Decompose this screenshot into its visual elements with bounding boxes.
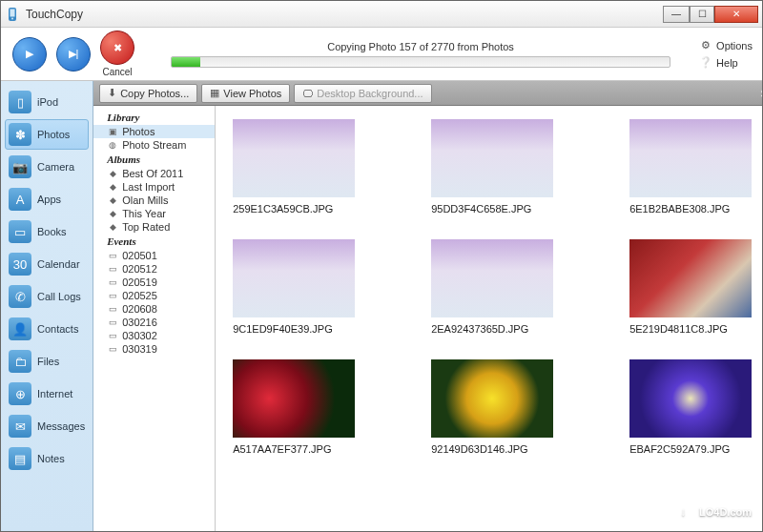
phone-icon: ✆ <box>9 285 31 308</box>
photo-filename: 95DD3F4C658E.JPG <box>431 203 584 215</box>
library-tree[interactable]: Library▣Photos◍Photo StreamAlbums◆Best O… <box>93 106 216 531</box>
sidebar-item-label: Contacts <box>37 323 78 335</box>
photo-cell[interactable]: 92149D63D146.JPG <box>431 359 584 455</box>
sidebar-item-books[interactable]: ▭Books <box>5 216 89 247</box>
sidebar-item-messages[interactable]: ✉Messages <box>5 411 89 441</box>
sidebar-item-label: Books <box>37 226 67 237</box>
photo-thumbnail[interactable] <box>233 119 355 197</box>
tree-item[interactable]: ◆Last Import <box>93 180 215 194</box>
messages-icon: ✉ <box>9 415 31 438</box>
contacts-icon: 👤 <box>9 317 31 340</box>
minimize-button[interactable]: — <box>663 6 690 23</box>
next-button[interactable]: ▶| <box>54 37 93 72</box>
tree-item[interactable]: ▣Photos <box>93 125 215 138</box>
tree-item[interactable]: ▭020525 <box>93 289 215 302</box>
tree-item-label: 020608 <box>122 303 157 315</box>
download-icon: ⬇ <box>108 87 116 99</box>
sidebar-item-contacts[interactable]: 👤Contacts <box>5 314 89 344</box>
sidebar-item-label: Notes <box>37 453 65 464</box>
photo-cell[interactable]: 259E1C3A59CB.JPG <box>233 119 385 215</box>
copy-photos-label: Copy Photos... <box>120 88 189 99</box>
help-button[interactable]: ❔ Help <box>699 56 738 70</box>
photo-grid[interactable]: 259E1C3A59CB.JPG95DD3F4C658E.JPG6E1B2BAB… <box>216 106 762 531</box>
sidebar-item-camera[interactable]: 📷Camera <box>5 152 89 182</box>
svg-point-2 <box>11 17 13 19</box>
sidebar-item-internet[interactable]: ⊕Internet <box>5 379 89 409</box>
tree-item[interactable]: ▭020501 <box>93 249 215 262</box>
progress-fill <box>172 57 200 67</box>
select-link[interactable]: Select <box>761 88 762 99</box>
tree-item[interactable]: ◆Olan Mills <box>93 194 215 207</box>
photo-cell[interactable]: EBAF2C592A79.JPG <box>629 359 762 455</box>
photo-cell[interactable]: 9C1ED9F40E39.JPG <box>233 239 385 335</box>
photo-thumbnail[interactable] <box>629 119 752 197</box>
desktop-background-label: Desktop Background... <box>317 88 423 99</box>
tree-item[interactable]: ▭020608 <box>93 302 215 316</box>
sidebar-item-apps[interactable]: AApps <box>5 184 89 215</box>
sidebar-item-ipod[interactable]: ▯iPod <box>5 87 89 117</box>
photo-thumbnail[interactable] <box>629 359 752 438</box>
album-icon: ◆ <box>107 194 118 206</box>
tree-item-label: Top Rated <box>122 221 170 233</box>
photos-icon: ▣ <box>107 126 118 137</box>
help-label: Help <box>716 57 738 69</box>
sidebar-item-photos[interactable]: ✽Photos <box>5 119 89 150</box>
play-button[interactable]: ▶ <box>10 37 49 72</box>
event-icon: ▭ <box>107 330 118 341</box>
sidebar-item-label: Call Logs <box>37 291 81 302</box>
sidebar-item-calendar[interactable]: 30Calendar <box>5 249 89 279</box>
photo-filename: EBAF2C592A79.JPG <box>629 443 762 455</box>
files-icon: 🗀 <box>9 350 31 373</box>
photo-cell[interactable]: A517AA7EF377.JPG <box>233 359 385 455</box>
tree-item[interactable]: ▭030302 <box>93 329 215 342</box>
tree-item[interactable]: ◆This Year <box>93 207 215 220</box>
tree-item[interactable]: ▭030216 <box>93 316 215 329</box>
app-window: TouchCopy — ☐ ✕ ▶ ▶| ✖ Cancel Copying Ph… <box>0 0 763 532</box>
sidebar-item-files[interactable]: 🗀Files <box>5 346 89 377</box>
tree-item-label: 020525 <box>122 290 157 301</box>
view-photos-button[interactable]: ▦ View Photos <box>201 84 290 103</box>
desktop-background-button[interactable]: 🖵 Desktop Background... <box>294 84 431 103</box>
album-icon: ◆ <box>107 221 118 233</box>
sidebar: ▯iPod✽Photos📷CameraAApps▭Books30Calendar… <box>1 81 93 531</box>
photo-thumbnail[interactable] <box>431 359 553 438</box>
cancel-button[interactable]: ✖ Cancel <box>98 31 136 77</box>
photos-icon: ✽ <box>9 123 31 146</box>
tree-item[interactable]: ◍Photo Stream <box>93 138 215 152</box>
window-title: TouchCopy <box>26 8 663 21</box>
tree-item[interactable]: ▭020512 <box>93 262 215 276</box>
photo-filename: 2EA92437365D.JPG <box>431 323 584 335</box>
sidebar-item-call-logs[interactable]: ✆Call Logs <box>5 281 89 312</box>
tree-item-label: 020512 <box>122 263 157 275</box>
tree-item[interactable]: ▭030319 <box>93 342 215 356</box>
progress-area: Copying Photo 157 of 2770 from Photos <box>171 41 670 68</box>
photo-cell[interactable]: 5E219D4811C8.JPG <box>629 239 762 335</box>
progress-text: Copying Photo 157 of 2770 from Photos <box>171 41 670 52</box>
photo-thumbnail[interactable] <box>233 239 355 317</box>
tree-item[interactable]: ◆Top Rated <box>93 220 215 234</box>
sidebar-item-label: Apps <box>37 194 61 205</box>
maximize-button[interactable]: ☐ <box>690 6 714 23</box>
tree-item[interactable]: ◆Best Of 2011 <box>93 167 215 180</box>
photo-thumbnail[interactable] <box>233 359 355 438</box>
photo-filename: 6E1B2BABE308.JPG <box>629 203 762 215</box>
tree-item-label: Best Of 2011 <box>122 168 183 179</box>
photo-cell[interactable]: 2EA92437365D.JPG <box>431 239 584 335</box>
sidebar-item-notes[interactable]: ▤Notes <box>5 443 89 474</box>
photo-thumbnail[interactable] <box>629 239 752 317</box>
photo-cell[interactable]: 95DD3F4C658E.JPG <box>431 119 584 215</box>
tree-item[interactable]: ▭020519 <box>93 276 215 289</box>
globe-icon: ◍ <box>107 139 118 151</box>
titlebar[interactable]: TouchCopy — ☐ ✕ <box>1 1 762 28</box>
photo-thumbnail[interactable] <box>431 119 553 197</box>
tree-item-label: 030302 <box>122 330 157 341</box>
photo-cell[interactable]: 6E1B2BABE308.JPG <box>629 119 762 215</box>
close-button[interactable]: ✕ <box>714 6 758 23</box>
event-icon: ▭ <box>107 343 118 355</box>
desktop-icon: 🖵 <box>302 88 313 99</box>
photo-thumbnail[interactable] <box>431 239 553 317</box>
sidebar-item-label: Messages <box>37 420 85 432</box>
options-button[interactable]: ⚙ Options <box>699 39 753 52</box>
copy-photos-button[interactable]: ⬇ Copy Photos... <box>99 84 197 103</box>
options-label: Options <box>716 40 753 51</box>
